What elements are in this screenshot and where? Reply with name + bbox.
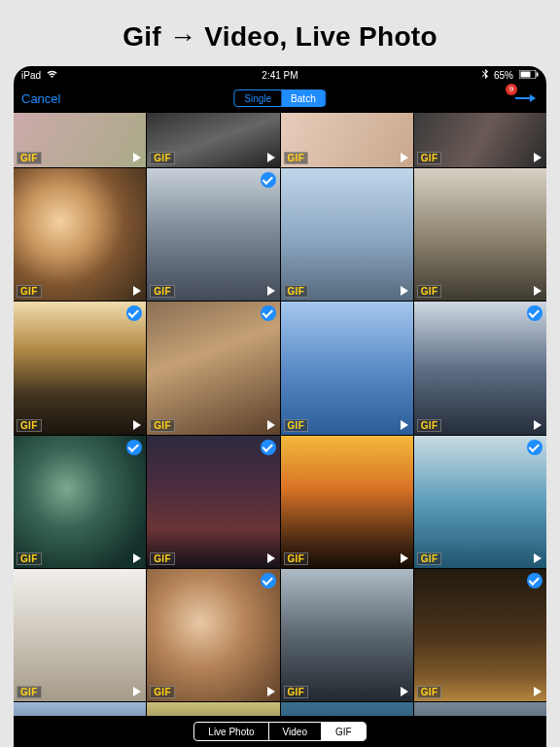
play-icon — [133, 153, 141, 162]
gif-badge: GIF — [17, 152, 42, 164]
grid-tile[interactable]: GIF — [14, 436, 146, 568]
thumbnail-image — [147, 702, 279, 716]
mode-segmented[interactable]: Single Batch — [233, 89, 326, 107]
gif-badge: GIF — [284, 552, 309, 565]
play-icon — [267, 286, 275, 296]
selection-count-badge: 9 — [506, 84, 517, 95]
gif-badge: GIF — [417, 152, 442, 164]
gif-badge: GIF — [284, 285, 309, 298]
gif-badge: GIF — [150, 686, 175, 698]
svg-rect-1 — [520, 71, 530, 77]
gif-badge: GIF — [417, 285, 442, 298]
play-icon — [401, 153, 408, 162]
checkmark-icon — [261, 305, 276, 321]
play-icon — [133, 687, 141, 696]
play-icon — [534, 153, 542, 162]
media-grid: GIFGIFGIFGIFGIFGIFGIFGIFGIFGIFGIFGIFGIFG… — [14, 113, 546, 716]
grid-tile[interactable]: GIF — [147, 113, 279, 167]
grid-tile[interactable]: GIF — [147, 569, 279, 701]
thumbnail-image — [281, 302, 413, 434]
play-icon — [401, 286, 408, 296]
grid-tile[interactable]: GIF — [14, 168, 146, 301]
grid-tile[interactable]: GIF — [147, 436, 279, 568]
gif-badge: GIF — [17, 552, 42, 565]
thumbnail-image — [147, 302, 279, 434]
gif-badge: GIF — [17, 686, 42, 698]
clock: 2:41 PM — [193, 70, 366, 81]
segment-gif[interactable]: GIF — [322, 723, 366, 740]
grid-tile[interactable]: GIF — [14, 302, 146, 434]
grid-tile[interactable]: GIF — [147, 302, 279, 434]
play-icon — [267, 687, 275, 696]
cancel-button[interactable]: Cancel — [21, 91, 60, 106]
gif-badge: GIF — [150, 152, 175, 164]
segment-livephoto[interactable]: Live Photo — [194, 723, 268, 740]
grid-tile[interactable]: GIF — [281, 436, 413, 568]
grid-tile[interactable]: GIF — [147, 168, 279, 301]
grid-tile[interactable]: GIF — [147, 702, 279, 716]
thumbnail-image — [281, 569, 413, 701]
grid-tile[interactable]: GIF — [414, 168, 546, 301]
grid-tile[interactable]: GIF — [281, 168, 413, 301]
gif-badge: GIF — [417, 419, 442, 432]
device-label: iPad — [21, 70, 41, 81]
thumbnail-image — [14, 302, 146, 434]
page-headline: Gif → Video, Live Photo — [0, 0, 560, 70]
grid-tile[interactable]: GIF — [281, 302, 413, 434]
thumbnail-image — [414, 702, 546, 716]
gif-badge: GIF — [150, 552, 175, 565]
play-icon — [133, 286, 141, 296]
export-button[interactable]: 9 — [511, 89, 539, 107]
checkmark-icon — [527, 440, 542, 455]
thumbnail-image — [281, 436, 413, 568]
segment-single[interactable]: Single — [234, 90, 281, 106]
thumbnail-image — [14, 569, 146, 701]
play-icon — [401, 420, 408, 430]
play-icon — [534, 687, 542, 696]
bottom-toolbar: Live Photo Video GIF — [14, 716, 546, 747]
thumbnail-image — [14, 168, 146, 301]
arrow-right-icon — [515, 97, 535, 99]
segment-batch[interactable]: Batch — [281, 90, 326, 106]
thumbnail-image — [14, 436, 146, 568]
thumbnail-image — [414, 436, 546, 568]
device-frame: iPad 2:41 PM 65% Cancel Single Batch 9 — [14, 66, 546, 747]
grid-tile[interactable]: GIF — [414, 302, 546, 434]
grid-tile[interactable]: GIF — [414, 113, 546, 167]
nav-bar: Cancel Single Batch 9 — [14, 84, 546, 113]
bluetooth-icon — [482, 69, 488, 81]
gif-badge: GIF — [17, 419, 42, 432]
checkmark-icon — [261, 573, 276, 588]
wifi-icon — [47, 70, 57, 81]
play-icon — [267, 420, 275, 430]
battery-pct: 65% — [494, 70, 513, 81]
play-icon — [534, 286, 542, 296]
thumbnail-image — [147, 168, 279, 301]
play-icon — [133, 420, 141, 430]
grid-tile[interactable]: GIF — [14, 702, 146, 716]
thumbnail-image — [414, 168, 546, 301]
thumbnail-image — [281, 168, 413, 301]
grid-tile[interactable]: GIF — [414, 436, 546, 568]
battery-icon — [519, 70, 539, 81]
grid-tile[interactable]: GIF — [14, 569, 146, 701]
gif-badge: GIF — [417, 552, 442, 565]
gif-badge: GIF — [417, 686, 442, 698]
grid-tile[interactable]: GIF — [414, 569, 546, 701]
gif-badge: GIF — [150, 285, 175, 298]
gif-badge: GIF — [17, 285, 42, 298]
gif-badge: GIF — [284, 686, 309, 698]
play-icon — [267, 553, 275, 563]
play-icon — [401, 553, 408, 563]
grid-tile[interactable]: GIF — [281, 569, 413, 701]
grid-tile[interactable]: GIF — [14, 113, 146, 167]
grid-tile[interactable]: GIF — [281, 702, 413, 716]
grid-tile[interactable]: GIF — [414, 702, 546, 716]
segment-video[interactable]: Video — [269, 723, 322, 740]
thumbnail-image — [147, 569, 279, 701]
media-type-segmented[interactable]: Live Photo Video GIF — [193, 722, 366, 741]
gif-badge: GIF — [284, 152, 309, 164]
grid-scroll[interactable]: GIFGIFGIFGIFGIFGIFGIFGIFGIFGIFGIFGIFGIFG… — [14, 113, 546, 716]
grid-tile[interactable]: GIF — [281, 113, 413, 167]
thumbnail-image — [281, 702, 413, 716]
